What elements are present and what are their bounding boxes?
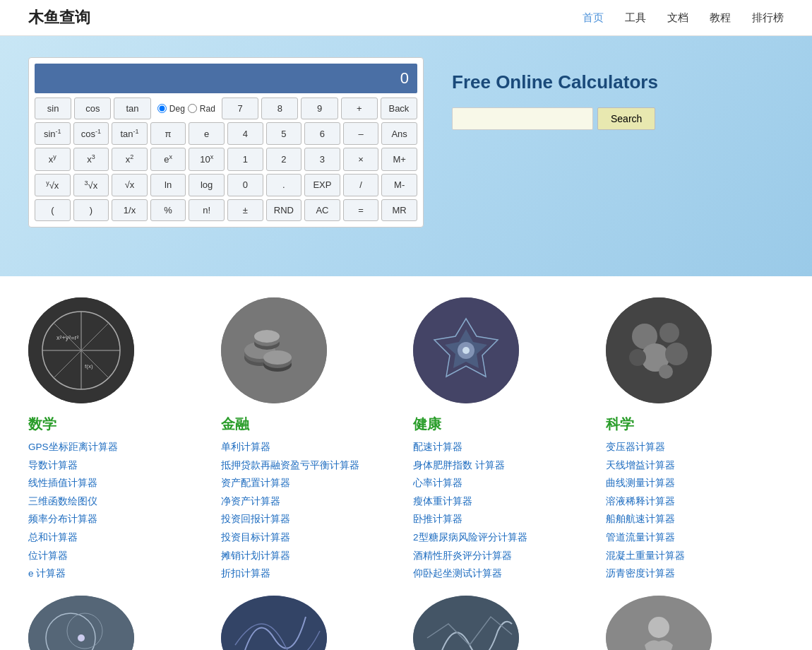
- category-finance: 金融 单利计算器 抵押贷款再融资盈亏平衡计算器 资产配置计算器 净资产计算器 投…: [221, 297, 400, 581]
- health-link-0[interactable]: 配速计算器: [413, 439, 527, 455]
- btn-mr[interactable]: MR: [381, 199, 417, 221]
- btn-tan-inv[interactable]: tan-1: [112, 122, 148, 145]
- finance-link-1[interactable]: 抵押贷款再融资盈亏平衡计算器: [221, 458, 359, 473]
- btn-10x[interactable]: 10x: [189, 148, 225, 170]
- finance-link-4[interactable]: 投资回报计算器: [221, 512, 359, 527]
- btn-x3[interactable]: x3: [73, 148, 109, 170]
- math-link-4[interactable]: 频率分布计算器: [28, 512, 118, 527]
- math-category-image: x²+y²=r² f(x): [28, 297, 134, 403]
- btn-plusminus[interactable]: ±: [227, 199, 263, 221]
- rad-radio[interactable]: [188, 104, 197, 113]
- finance-link-3[interactable]: 净资产计算器: [221, 494, 359, 509]
- math-link-7[interactable]: e 计算器: [28, 566, 118, 581]
- btn-1overx[interactable]: 1/x: [112, 199, 148, 221]
- health-link-4[interactable]: 卧推计算器: [413, 512, 527, 527]
- health-link-1[interactable]: 身体肥胖指数 计算器: [413, 458, 527, 473]
- btn-x2[interactable]: x2: [112, 148, 148, 170]
- health-title: 健康: [413, 415, 441, 434]
- nav-tools[interactable]: 工具: [625, 11, 646, 25]
- finance-link-5[interactable]: 投资目标计算器: [221, 530, 359, 545]
- btn-e[interactable]: e: [189, 122, 225, 145]
- btn-ex[interactable]: ex: [150, 148, 186, 170]
- btn-2[interactable]: 2: [266, 148, 302, 170]
- science-link-3[interactable]: 溶液稀释计算器: [606, 494, 685, 509]
- btn-back[interactable]: Back: [381, 98, 417, 119]
- btn-multiply[interactable]: ×: [343, 148, 379, 170]
- btn-cos-inv[interactable]: cos-1: [73, 122, 109, 145]
- calc-row-5: ( ) 1/x % n! ± RND AC = MR: [35, 199, 417, 221]
- btn-8[interactable]: 8: [261, 98, 298, 119]
- math-link-5[interactable]: 总和计算器: [28, 530, 118, 545]
- btn-1[interactable]: 1: [227, 148, 263, 170]
- btn-xy[interactable]: xy: [35, 148, 71, 170]
- btn-yrootx[interactable]: y√x: [35, 174, 71, 196]
- btn-mplus[interactable]: M+: [381, 148, 417, 170]
- btn-factorial[interactable]: n!: [189, 199, 225, 221]
- btn-0[interactable]: 0: [227, 174, 263, 196]
- btn-cos[interactable]: cos: [74, 98, 111, 119]
- nav-ranking[interactable]: 排行榜: [752, 11, 784, 25]
- btn-5[interactable]: 5: [266, 122, 302, 145]
- math-link-0[interactable]: GPS坐标距离计算器: [28, 439, 118, 455]
- math-link-6[interactable]: 位计算器: [28, 548, 118, 564]
- science-link-1[interactable]: 天线增益计算器: [606, 458, 685, 473]
- science-link-5[interactable]: 管道流量计算器: [606, 530, 685, 545]
- health-link-7[interactable]: 仰卧起坐测试计算器: [413, 566, 527, 581]
- health-link-3[interactable]: 瘦体重计算器: [413, 494, 527, 509]
- science-link-4[interactable]: 船舶航速计算器: [606, 512, 685, 527]
- btn-9[interactable]: 9: [301, 98, 338, 119]
- science-link-2[interactable]: 曲线测量计算器: [606, 475, 685, 491]
- btn-sqrtx[interactable]: √x: [112, 174, 148, 196]
- btn-ans[interactable]: Ans: [381, 122, 417, 145]
- btn-equals[interactable]: =: [343, 199, 379, 221]
- btn-3[interactable]: 3: [304, 148, 340, 170]
- science-link-7[interactable]: 沥青密度计算器: [606, 566, 685, 581]
- btn-rnd[interactable]: RND: [266, 199, 302, 221]
- health-link-2[interactable]: 心率计算器: [413, 475, 527, 491]
- btn-exp[interactable]: EXP: [304, 174, 340, 196]
- btn-percent[interactable]: %: [150, 199, 186, 221]
- btn-tan[interactable]: tan: [114, 98, 150, 119]
- btn-log[interactable]: log: [189, 174, 225, 196]
- health-link-6[interactable]: 酒精性肝炎评分计算器: [413, 548, 527, 564]
- site-title: 木鱼查询: [28, 7, 90, 28]
- btn-7[interactable]: 7: [222, 98, 258, 119]
- btn-mminus[interactable]: M-: [381, 174, 417, 196]
- math-link-2[interactable]: 线性插值计算器: [28, 475, 118, 491]
- science-link-0[interactable]: 变压器计算器: [606, 439, 685, 455]
- finance-link-0[interactable]: 单利计算器: [221, 439, 359, 455]
- math-link-3[interactable]: 三维函数绘图仪: [28, 494, 118, 509]
- finance-link-2[interactable]: 资产配置计算器: [221, 475, 359, 491]
- science-link-6[interactable]: 混凝土重量计算器: [606, 548, 685, 564]
- nav-tutorials[interactable]: 教程: [710, 11, 731, 25]
- science-links: 变压器计算器 天线增益计算器 曲线测量计算器 溶液稀释计算器 船舶航速计算器 管…: [606, 439, 685, 581]
- btn-sin-inv[interactable]: sin-1: [35, 122, 71, 145]
- btn-pi[interactable]: π: [150, 122, 186, 145]
- search-input[interactable]: [452, 107, 593, 130]
- btn-plus[interactable]: +: [341, 98, 378, 119]
- btn-dot[interactable]: .: [266, 174, 302, 196]
- btn-divide[interactable]: /: [343, 174, 379, 196]
- search-button[interactable]: Search: [597, 107, 655, 130]
- calc-display: 0: [35, 64, 417, 93]
- btn-ln[interactable]: ln: [150, 174, 186, 196]
- health-category-image: [413, 297, 519, 403]
- btn-sin[interactable]: sin: [35, 98, 71, 119]
- math-link-1[interactable]: 导数计算器: [28, 458, 118, 473]
- nav-docs[interactable]: 文档: [667, 11, 688, 25]
- finance-link-7[interactable]: 折扣计算器: [221, 566, 359, 581]
- btn-6[interactable]: 6: [304, 122, 340, 145]
- btn-ac[interactable]: AC: [304, 199, 340, 221]
- btn-3rootx[interactable]: 3√x: [73, 174, 109, 196]
- calc-row-4: y√x 3√x √x ln log 0 . EXP / M-: [35, 174, 417, 196]
- btn-rparen[interactable]: ): [73, 199, 109, 221]
- health-link-5[interactable]: 2型糖尿病风险评分计算器: [413, 530, 527, 545]
- nav-home[interactable]: 首页: [583, 11, 604, 25]
- deg-radio[interactable]: [157, 104, 167, 113]
- deg-rad-group: Deg Rad: [154, 98, 219, 119]
- btn-lparen[interactable]: (: [35, 199, 71, 221]
- finance-link-6[interactable]: 摊销计划计算器: [221, 548, 359, 564]
- btn-minus[interactable]: –: [343, 122, 379, 145]
- btn-4[interactable]: 4: [227, 122, 263, 145]
- svg-point-22: [462, 347, 470, 354]
